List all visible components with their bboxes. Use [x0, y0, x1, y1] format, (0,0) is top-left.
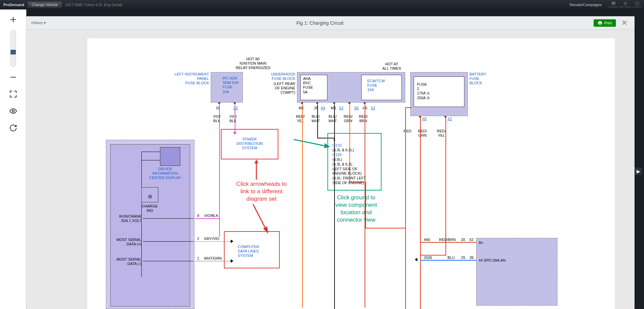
zoom-out-button[interactable] — [6, 70, 20, 84]
diagram-header: History ▾ Fig 1: Charging Circuit Print … — [26, 16, 635, 30]
top-toolbar: ProDemand Change Vehicle 2017 GMC Yukon … — [0, 0, 644, 9]
wire-blu: BLU — [447, 256, 455, 260]
hot-at-label: HOT AT ALL TIMES — [358, 62, 426, 71]
pin-x2-c[interactable]: X2 — [371, 106, 375, 110]
most-minus-label: MOST SERIAL DATA (-) — [114, 257, 141, 266]
pin-1: 1 — [197, 256, 199, 261]
pin-x2-a[interactable]: X2 — [233, 106, 238, 110]
wire-red-brn-h: RED/BRN — [439, 238, 456, 242]
svg-marker-6 — [254, 159, 258, 163]
dic-display-box — [160, 147, 180, 166]
pin-20: 20 — [461, 238, 465, 242]
figure-title: Fig 1: Charging Circuit — [46, 20, 594, 26]
visibility-icon[interactable] — [6, 104, 20, 118]
ecm-fuse-label: ECM/TCM FUSE 15A — [367, 79, 385, 92]
wiring-diagram: HOT W/ IGNITION MAIN RELAY ENERGIZED HOT… — [87, 38, 615, 309]
computer-data-lines-label: COMPUTER DATA LINES SYSTEM — [238, 245, 259, 258]
svg-point-4 — [12, 110, 14, 112]
wire-red-grn: RED/ GRN — [344, 114, 352, 123]
wire-blk-wht-1: BLK/ WHT — [312, 114, 320, 123]
diagram-panel: History ▾ Fig 1: Charging Circuit Print … — [26, 16, 635, 309]
pin-52: 52 — [469, 238, 474, 242]
current-vehicle: 2017 GMC Yukon 6.2L Eng Denali — [65, 3, 122, 7]
callout-arrowheads: Click arrowheads to link to a different … — [228, 180, 295, 203]
contact-icon[interactable]: CONTACT — [610, 1, 617, 8]
green-arrow — [294, 138, 331, 150]
zoom-slider[interactable] — [10, 30, 16, 67]
run-crank-label: RUN/CRANK IGN 1 VOLT — [114, 214, 141, 223]
charge-ind-label: CHARGE IND — [140, 204, 160, 213]
history-dropdown[interactable]: History ▾ — [31, 21, 46, 25]
g120-label[interactable]: G120 — [332, 153, 342, 157]
recalls-link[interactable]: Recalls/Campaigns — [570, 3, 602, 7]
g120-eng: (6.0L) (5.3L & 6.2L: LEFT SIDE OF ENGINE… — [332, 157, 366, 185]
pin-39: 39 — [469, 256, 474, 260]
wire-red: RED — [404, 129, 411, 133]
print-button[interactable]: Print — [594, 19, 616, 27]
charge-ind-icon: ⊝ — [141, 193, 158, 200]
logout-icon[interactable]: LOGOUT — [634, 1, 641, 8]
wire-blk-wht-2: BLK/ WHT — [328, 114, 337, 123]
pin-440: 440 — [424, 238, 430, 242]
pin-8: 8 — [197, 214, 199, 218]
hi-spd-gmlan-label: HI SPD GMLAN — [479, 258, 506, 263]
ipc-fuse-label: IPC IGN/ SDM IGN FUSE 10A — [223, 76, 238, 94]
wire-red-yel-2: RED/ YEL — [437, 129, 446, 138]
underhood-label-loc: (LEFT REAROF ENGINECOMPT) — [261, 82, 295, 95]
pin-m6: M6 — [331, 106, 336, 110]
wire-gry-vio: GRY/VIO — [204, 237, 220, 241]
zoom-in-button[interactable] — [6, 13, 20, 26]
wire-wht-grn: WHT/GRN — [204, 256, 222, 261]
red-arrow-up — [246, 159, 267, 183]
battery-block-label: BATTERY FUSE BLOCK — [469, 72, 486, 86]
underhood-label-blue: UNDERHOODFUSE BLOCK — [261, 72, 295, 81]
svg-marker-10 — [324, 143, 330, 148]
lip-fuse-block-label: LEFT INSTRUMENT PANEL FUSE BLOCK — [165, 72, 209, 86]
power-dist-label: POWER DISTRIBUTION SYSTEM — [223, 137, 277, 151]
hot-relay-label: HOT W/ IGNITION MAIN RELAY ENERGIZED — [219, 57, 287, 70]
bottom-module[interactable] — [476, 238, 557, 306]
fullscreen-button[interactable] — [6, 87, 20, 101]
pin-m1: M1 — [299, 106, 304, 110]
wire-vio-blk-h: VIO/BLK — [204, 214, 218, 218]
wire-vio-blk-2: VIO/ BLK — [229, 114, 237, 123]
pin-29: 29 — [461, 256, 465, 260]
g110-label[interactable]: G110 — [332, 143, 342, 148]
most-plus-label: MOST SERIAL DATA (+) — [114, 238, 141, 246]
b-plus-label: B+ — [479, 241, 484, 245]
ground-icon: ⏚ — [333, 136, 336, 142]
pin-x2-d[interactable]: X2 — [447, 117, 452, 121]
pin-2500: 2500 — [424, 256, 432, 260]
g110-eng: (5.3L & 6.2L) — [332, 148, 354, 152]
next-diagram-button[interactable]: ▶ — [635, 168, 642, 175]
zoom-toolbar — [0, 9, 26, 309]
settings-icon[interactable]: SETTINGS — [622, 1, 629, 8]
svg-line-9 — [294, 139, 327, 146]
pin-x2-b[interactable]: X2 — [339, 106, 343, 110]
pin-2: 2 — [197, 237, 199, 241]
diagram-viewport[interactable]: HOT W/ IGNITION MAIN RELAY ENERGIZED HOT… — [26, 30, 635, 309]
fuse2-label: FUSE 2 175A ① 250A ② — [417, 82, 430, 100]
aha-fuse-label: AHA RVC FUSE 5A — [303, 76, 313, 94]
app-logo: ProDemand — [3, 3, 24, 7]
svg-line-7 — [253, 204, 267, 230]
red-arrow-down — [250, 204, 273, 235]
zoom-slider-handle[interactable] — [10, 50, 16, 54]
dic-label: DRIVER INFORMATION CENTER DISPLAY — [143, 167, 187, 180]
close-button[interactable]: ✕ — [619, 19, 629, 27]
refresh-button[interactable] — [6, 121, 20, 135]
pin-x6[interactable]: X6 — [354, 106, 359, 110]
change-vehicle-button[interactable]: Change Vehicle — [28, 2, 62, 8]
pin-x6-b[interactable]: X6 — [422, 117, 427, 121]
wire-red-grn-2: RED/ GRN — [418, 129, 427, 138]
wire-red-yel: RED/ YEL — [296, 114, 305, 123]
pin-x4[interactable]: X4 — [321, 106, 325, 110]
callout-ground: Click ground to view component location … — [326, 194, 387, 224]
wire-red-brn: RED/ BRN — [359, 114, 368, 123]
